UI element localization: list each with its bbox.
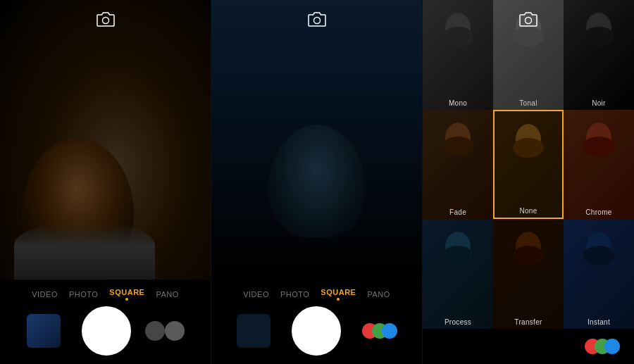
svg-point-4 bbox=[442, 27, 473, 46]
filter-process[interactable]: Process bbox=[423, 219, 493, 329]
filter-chrome-label: Chrome bbox=[564, 208, 634, 216]
filter-none[interactable]: None bbox=[493, 110, 564, 220]
filter-none-label: None bbox=[495, 207, 562, 215]
svg-point-10 bbox=[442, 137, 473, 156]
shirt-left bbox=[14, 223, 155, 280]
rgb-blue-right bbox=[604, 339, 620, 354]
svg-point-14 bbox=[583, 137, 614, 156]
right-bottom-bar bbox=[423, 329, 634, 364]
svg-point-18 bbox=[513, 246, 544, 265]
svg-point-2 bbox=[526, 18, 532, 24]
mid-panel: VIDEO PHOTO SQUARE PANO bbox=[211, 0, 423, 364]
thumbnail-mid[interactable] bbox=[237, 314, 271, 348]
camera-icon-right bbox=[519, 10, 537, 31]
rgb-blue-mid bbox=[382, 323, 397, 339]
mode-square-label-left: SQUARE bbox=[109, 288, 144, 296]
camera-icon-left bbox=[97, 10, 115, 31]
left-panel: VIDEO PHOTO SQUARE PANO bbox=[0, 0, 211, 364]
filter-mono-label: Mono bbox=[423, 99, 493, 107]
hdr-circle-dark-left bbox=[145, 321, 165, 341]
filter-transfer-label: Transfer bbox=[493, 318, 564, 326]
viewfinder-mid bbox=[211, 0, 422, 280]
shutter-row-left bbox=[0, 306, 211, 356]
mode-video-mid[interactable]: VIDEO bbox=[243, 290, 269, 299]
svg-point-12 bbox=[513, 138, 544, 158]
mode-active-dot-left bbox=[125, 298, 128, 301]
filter-fade[interactable]: Fade bbox=[423, 110, 493, 220]
mode-video-left[interactable]: VIDEO bbox=[32, 290, 58, 299]
viewfinder-left bbox=[0, 0, 211, 280]
filter-process-label: Process bbox=[423, 318, 493, 326]
svg-point-8 bbox=[583, 27, 614, 46]
mode-pano-left[interactable]: PANO bbox=[156, 290, 178, 299]
rgb-toggle-mid[interactable] bbox=[362, 323, 397, 339]
hdr-circle-light-left bbox=[165, 321, 185, 341]
shutter-button-mid[interactable] bbox=[292, 306, 341, 356]
svg-point-16 bbox=[442, 246, 473, 265]
svg-point-1 bbox=[313, 18, 320, 24]
filter-transfer[interactable]: Transfer bbox=[493, 219, 564, 329]
filter-tonal-label: Tonal bbox=[493, 99, 564, 107]
thumbnail-left[interactable] bbox=[27, 314, 61, 348]
mode-selector-left: VIDEO PHOTO SQUARE PANO bbox=[32, 288, 179, 301]
controls-left: VIDEO PHOTO SQUARE PANO bbox=[0, 280, 211, 364]
controls-mid: VIDEO PHOTO SQUARE PANO bbox=[211, 280, 422, 364]
mode-square-mid[interactable]: SQUARE bbox=[321, 288, 356, 301]
mode-photo-left[interactable]: PHOTO bbox=[69, 290, 98, 299]
mode-selector-mid: VIDEO PHOTO SQUARE PANO bbox=[243, 288, 390, 301]
right-panel: Mono Tonal Noir Fade bbox=[423, 0, 634, 364]
shutter-inner-mid bbox=[294, 309, 338, 353]
svg-point-0 bbox=[102, 18, 108, 24]
rgb-toggle-right[interactable] bbox=[585, 339, 620, 354]
filter-grid: Mono Tonal Noir Fade bbox=[423, 0, 634, 329]
filter-mono[interactable]: Mono bbox=[423, 0, 493, 110]
filter-noir-label: Noir bbox=[564, 99, 634, 107]
face-mid bbox=[268, 125, 366, 237]
shutter-row-mid bbox=[211, 306, 422, 356]
shutter-inner-left bbox=[85, 309, 128, 353]
mode-square-left[interactable]: SQUARE bbox=[109, 288, 144, 301]
filter-instant[interactable]: Instant bbox=[564, 219, 634, 329]
thumbnail-img-left bbox=[27, 314, 61, 348]
filter-instant-label: Instant bbox=[564, 318, 634, 326]
filter-noir[interactable]: Noir bbox=[564, 0, 634, 110]
mode-pano-mid[interactable]: PANO bbox=[367, 290, 390, 299]
mode-photo-mid[interactable]: PHOTO bbox=[280, 290, 309, 299]
shutter-button-left[interactable] bbox=[82, 306, 131, 356]
filter-fade-label: Fade bbox=[423, 208, 493, 216]
camera-icon-mid bbox=[308, 10, 326, 31]
mode-active-dot-mid bbox=[337, 298, 340, 301]
filter-chrome[interactable]: Chrome bbox=[564, 110, 634, 220]
mode-square-label-mid: SQUARE bbox=[321, 288, 356, 296]
hdr-toggle-left[interactable] bbox=[152, 321, 185, 341]
svg-point-20 bbox=[583, 246, 614, 265]
